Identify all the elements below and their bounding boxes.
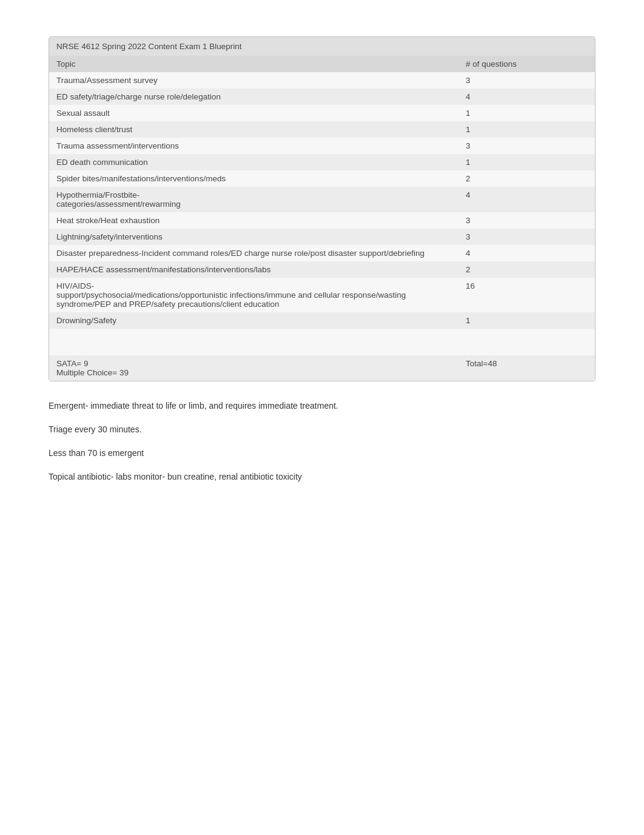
table-row: ED safety/triage/charge nurse role/deleg… [49, 89, 595, 105]
table-row: Disaster preparedness-Incident command r… [49, 245, 595, 261]
summary-left: SATA= 9Multiple Choice= 39 [49, 355, 458, 381]
table-row: Homeless client/trust1 [49, 121, 595, 138]
empty-row [49, 342, 595, 355]
topic-cell: ED death communication [49, 154, 458, 170]
note-line: Triage every 30 minutes. [49, 423, 595, 436]
table-row: Trauma assessment/interventions3 [49, 138, 595, 154]
table-row: HAPE/HACE assessment/manifestations/inte… [49, 261, 595, 278]
topic-cell: Hypothermia/Frostbite-categories/assessm… [49, 187, 458, 212]
questions-cell: 1 [458, 154, 595, 170]
col-header-topic: Topic [49, 56, 458, 72]
note-line: Topical antibiotic- labs monitor- bun cr… [49, 471, 595, 483]
topic-cell: Sexual assault [49, 105, 458, 121]
questions-cell: 4 [458, 187, 595, 212]
topic-cell: Drowning/Safety [49, 312, 458, 329]
table-row: HIV/AIDS-support/psychosocial/medication… [49, 278, 595, 312]
table-row: Hypothermia/Frostbite-categories/assessm… [49, 187, 595, 212]
questions-cell: 16 [458, 278, 595, 312]
questions-cell: 1 [458, 312, 595, 329]
note-line: Emergent- immediate threat to life or li… [49, 400, 595, 412]
table-row: Drowning/Safety1 [49, 312, 595, 329]
note-line: Less than 70 is emergent [49, 447, 595, 460]
table-row: Sexual assault1 [49, 105, 595, 121]
topic-cell: Lightning/safety/interventions [49, 229, 458, 245]
table-row: ED death communication1 [49, 154, 595, 170]
table-row: Trauma/Assessment survey3 [49, 72, 595, 89]
summary-right: Total=48 [458, 355, 595, 381]
topic-cell: Disaster preparedness-Incident command r… [49, 245, 458, 261]
topic-cell: Trauma/Assessment survey [49, 72, 458, 89]
empty-row [49, 329, 595, 342]
topic-cell: HIV/AIDS-support/psychosocial/medication… [49, 278, 458, 312]
questions-cell: 3 [458, 212, 595, 229]
questions-cell: 3 [458, 72, 595, 89]
topic-cell: Spider bites/manifestations/intervention… [49, 170, 458, 187]
questions-cell: 1 [458, 121, 595, 138]
questions-cell: 4 [458, 89, 595, 105]
questions-cell: 2 [458, 170, 595, 187]
topic-cell: Homeless client/trust [49, 121, 458, 138]
topic-cell: ED safety/triage/charge nurse role/deleg… [49, 89, 458, 105]
table-row: Heat stroke/Heat exhaustion3 [49, 212, 595, 229]
col-header-questions: # of questions [458, 56, 595, 72]
topic-cell: HAPE/HACE assessment/manifestations/inte… [49, 261, 458, 278]
topic-cell: Trauma assessment/interventions [49, 138, 458, 154]
questions-cell: 3 [458, 229, 595, 245]
notes-section: Emergent- immediate threat to life or li… [49, 400, 595, 483]
questions-cell: 4 [458, 245, 595, 261]
questions-cell: 3 [458, 138, 595, 154]
table-title: NRSE 4612 Spring 2022 Content Exam 1 Blu… [49, 37, 595, 56]
questions-cell: 2 [458, 261, 595, 278]
table-row: Lightning/safety/interventions3 [49, 229, 595, 245]
summary-row: SATA= 9Multiple Choice= 39Total=48 [49, 355, 595, 381]
questions-cell: 1 [458, 105, 595, 121]
table-row: Spider bites/manifestations/intervention… [49, 170, 595, 187]
topic-cell: Heat stroke/Heat exhaustion [49, 212, 458, 229]
blueprint-table: NRSE 4612 Spring 2022 Content Exam 1 Blu… [49, 36, 595, 381]
